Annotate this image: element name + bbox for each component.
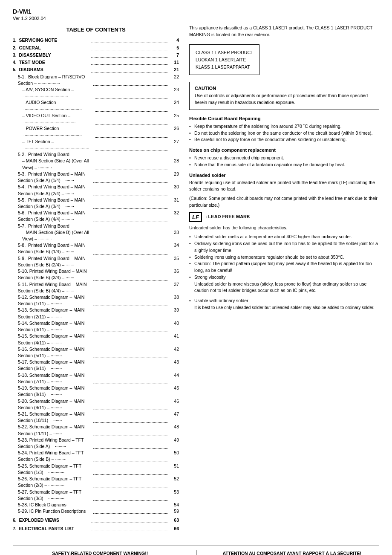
bottom-safety-section: SAFETY-RELATED COMPONENT WARNING!! COMPO… bbox=[13, 546, 379, 555]
toc-dots-5-27 bbox=[93, 489, 167, 501]
toc-page-6: 63 bbox=[169, 517, 179, 523]
toc-label-2: 2. GENERAL bbox=[13, 45, 89, 51]
toc-page-5-1e: 27 bbox=[169, 139, 179, 151]
toc-item-7: 7. ELECTRICAL PARTS LIST 66 bbox=[13, 526, 179, 532]
toc-page-5-1a: 23 bbox=[169, 87, 179, 99]
toc-page-5-20: 46 bbox=[169, 398, 179, 411]
toc-item-5-5: 5-5. Printed Wiring Board – MAIN Section… bbox=[13, 197, 179, 210]
caution-text: Use of controls or adjustments or perfor… bbox=[195, 92, 374, 106]
toc-dots-5-6 bbox=[93, 210, 167, 222]
toc-label-5-4: 5-4. Printed Wiring Board – MAIN Section… bbox=[18, 184, 92, 197]
toc-page-2: 5 bbox=[169, 45, 179, 51]
toc-item-3: 3. DISASSEMBLY 7 bbox=[13, 52, 179, 58]
toc-dots-5-1 bbox=[93, 74, 167, 86]
toc-item-5-1d: – POWER Section – ······················… bbox=[13, 125, 179, 138]
toc-page-5-24: 50 bbox=[169, 450, 179, 462]
page: D-VM1 Ver 1.2 2002.04 TABLE OF CONTENTS … bbox=[0, 0, 392, 555]
toc-item-6: 6. EXPLODED VIEWS 63 bbox=[13, 517, 179, 523]
usable-solder-label: Usable with ordinary solder It is best t… bbox=[189, 298, 379, 311]
toc-label-5-10: 5-10. Printed Wiring Board – MAIN Sectio… bbox=[18, 268, 92, 281]
toc-column: TABLE OF CONTENTS 1. SERVICING NOTE 4 2.… bbox=[13, 25, 179, 532]
flexible-bullet-1: Keep the temperature of the soldering ir… bbox=[189, 123, 379, 130]
chip-bullet-2: Notice that the minus side of a tantalum… bbox=[189, 162, 379, 168]
toc-label-5-18: 5-18. Schematic Diagram – MAIN Section (… bbox=[18, 372, 92, 385]
lf-bullet-item-2: Soldering irons using a temperature regu… bbox=[189, 254, 379, 261]
toc-dots-5-4 bbox=[93, 184, 167, 196]
toc-label-5-12: 5-12. Schematic Diagram – MAIN Section (… bbox=[18, 294, 92, 307]
toc-section-6: 6. EXPLODED VIEWS 63 bbox=[13, 517, 179, 523]
toc-item-5-9: 5-9. Printed Wiring Board – MAIN Section… bbox=[13, 255, 179, 268]
toc-label-5-25: 5-25. Schematic Diagram – TFT Section (1… bbox=[18, 463, 92, 476]
toc-label-5-11: 5-11. Printed Wiring Board – MAIN Sectio… bbox=[18, 281, 92, 294]
toc-page-5-21: 47 bbox=[169, 411, 179, 424]
flexible-circuit-heading: Flexible Circuit Board Repairing bbox=[189, 116, 379, 121]
toc-label-5-23: 5-23. Printed Wiring Board – TFT Section… bbox=[18, 437, 92, 450]
toc-item-5-28: 5-28. IC Block Diagrams 54 bbox=[13, 502, 179, 508]
toc-item-5-26: 5-26. Schematic Diagram – TFT Section (2… bbox=[13, 476, 179, 489]
bottom-left: SAFETY-RELATED COMPONENT WARNING!! COMPO… bbox=[13, 550, 187, 555]
toc-dots-5-14 bbox=[93, 320, 167, 332]
toc-item-5-23: 5-23. Printed Wiring Board – TFT Section… bbox=[13, 437, 179, 450]
toc-label-5-5: 5-5. Printed Wiring Board – MAIN Section… bbox=[18, 197, 92, 210]
bottom-divider bbox=[196, 550, 196, 555]
toc-label-5-2: 5-2. Printed Wiring Board bbox=[18, 151, 169, 158]
toc-dots-5-26 bbox=[93, 476, 167, 488]
toc-item-5-2a: – MAIN Section (Side A) (Over All View) … bbox=[13, 158, 179, 171]
chip-notes-heading: Notes on chip component replacement bbox=[189, 147, 379, 153]
toc-label-5-14: 5-14. Schematic Diagram – MAIN Section (… bbox=[18, 320, 92, 333]
toc-dots-5-21 bbox=[93, 411, 167, 423]
toc-item-4: 4. TEST MODE 11 bbox=[13, 59, 179, 66]
toc-dots-5-10 bbox=[93, 268, 167, 280]
toc-page-5-1c: 25 bbox=[169, 113, 179, 125]
toc-label-4: 4. TEST MODE bbox=[13, 59, 89, 66]
toc-label-5-28: 5-28. IC Block Diagrams bbox=[18, 502, 92, 508]
toc-label-5-22: 5-22. Schematic Diagram – MAIN Section (… bbox=[18, 424, 92, 436]
toc-page-5-15: 41 bbox=[169, 333, 179, 346]
toc-section-3: 3. DISASSEMBLY 7 bbox=[13, 52, 179, 58]
toc-label-5-8: 5-8. Printed Wiring Board – MAIN Section… bbox=[18, 242, 92, 255]
model-name: D-VM1 bbox=[13, 8, 379, 15]
toc-page-5-10: 36 bbox=[169, 268, 179, 281]
toc-label-5-21: 5-21. Schematic Diagram – MAIN Section (… bbox=[18, 411, 92, 424]
toc-item-5-10: 5-10. Printed Wiring Board – MAIN Sectio… bbox=[13, 268, 179, 281]
toc-page-5-11: 37 bbox=[169, 281, 179, 294]
toc-page-5-9: 35 bbox=[169, 255, 179, 268]
toc-page-5-1d: 26 bbox=[169, 125, 179, 138]
toc-section-7: 7. ELECTRICAL PARTS LIST 66 bbox=[13, 526, 179, 532]
toc-dots-2 bbox=[91, 45, 167, 50]
toc-dots-5-15 bbox=[93, 333, 167, 345]
toc-item-5-24: 5-24. Printed Wiring Board – TFT Section… bbox=[13, 450, 179, 462]
toc-label-5-2a: – MAIN Section (Side A) (Over All View) … bbox=[22, 158, 94, 171]
toc-label-5-20: 5-20. Schematic Diagram – MAIN Section (… bbox=[18, 398, 92, 411]
toc-dots-5-1e bbox=[95, 139, 167, 150]
toc-dots-5-16 bbox=[93, 346, 167, 358]
toc-item-5-12: 5-12. Schematic Diagram – MAIN Section (… bbox=[13, 294, 179, 307]
toc-item-5-4: 5-4. Printed Wiring Board – MAIN Section… bbox=[13, 184, 179, 197]
toc-page-5-12: 38 bbox=[169, 294, 179, 307]
toc-item-5-16: 5-16. Schematic Diagram – MAIN Section (… bbox=[13, 346, 179, 359]
version-label: Ver 1.2 2002.04 bbox=[13, 15, 379, 21]
lf-title: : LEAD FREE MARK bbox=[205, 212, 250, 219]
toc-item-5-2: 5-2. Printed Wiring Board bbox=[13, 151, 179, 158]
toc-page-5-3: 29 bbox=[169, 171, 179, 184]
toc-dots-5-2a bbox=[95, 158, 167, 170]
toc-label-5-3: 5-3. Printed Wiring Board – MAIN Section… bbox=[18, 171, 92, 184]
lead-free-mark-section: LF : LEAD FREE MARK bbox=[189, 212, 379, 222]
chip-notes-list: Never reuse a disconnected chip componen… bbox=[189, 155, 379, 168]
toc-page-5-13: 39 bbox=[169, 307, 179, 320]
lf-bullets-clean: Unleaded solder melts at a temperature a… bbox=[189, 234, 379, 294]
toc-item-5-15: 5-15. Schematic Diagram – MAIN Section (… bbox=[13, 333, 179, 346]
toc-page-5-4: 30 bbox=[169, 184, 179, 197]
unleaded-text-2: (Caution: Some printed circuit boards ma… bbox=[189, 195, 379, 209]
usable-solder-detail: It is best to use only unleaded solder b… bbox=[194, 305, 375, 310]
toc-dots-3 bbox=[91, 52, 167, 58]
toc-page-5-7a: 33 bbox=[169, 229, 179, 242]
toc-dots-5-1a bbox=[95, 87, 167, 98]
toc-dots-5-1c bbox=[95, 113, 167, 124]
toc-item-5-1: 5-1. Block Diagram – RF/SERVO Section – … bbox=[13, 74, 179, 87]
toc-item-5: 5. DIAGRAMS 21 bbox=[13, 66, 179, 73]
toc-dots-5-24 bbox=[93, 450, 167, 462]
toc-label-5-6: 5-6. Printed Wiring Board – MAIN Section… bbox=[18, 210, 92, 223]
toc-item-5-1c: – VIDEO OUT Section – ··················… bbox=[13, 113, 179, 125]
toc-item-2: 2. GENERAL 5 bbox=[13, 45, 179, 51]
